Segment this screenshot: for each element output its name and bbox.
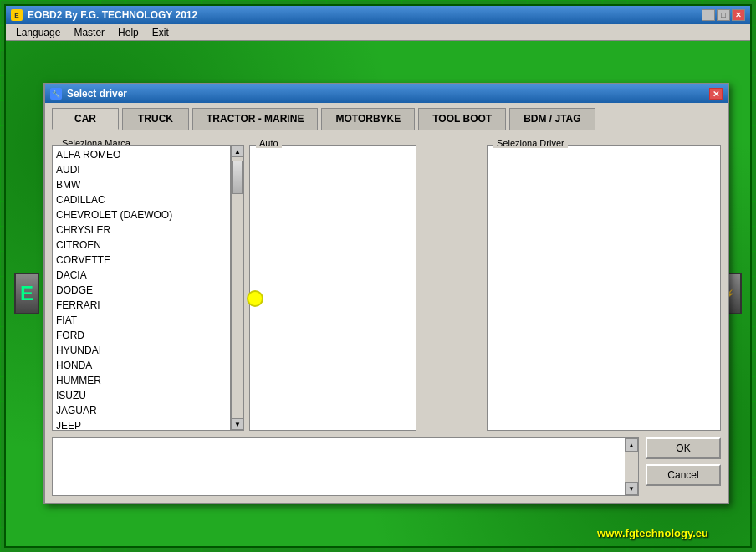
list-item[interactable]: JAGUAR	[53, 403, 230, 418]
list-item[interactable]: DACIA	[53, 268, 230, 283]
action-buttons: OK Cancel	[646, 437, 721, 486]
list-item[interactable]: FERRARI	[53, 298, 230, 313]
auto-label: Auto	[256, 138, 282, 148]
dialog-titlebar: 🔧 Select driver ✕	[45, 84, 728, 103]
left-badge: E	[14, 273, 39, 314]
list-item[interactable]: CITROEN	[53, 238, 230, 253]
tab-bdm[interactable]: BDM / JTAG	[509, 108, 595, 130]
panels-row: Seleziona Marca ALFA ROMEOAUDIBMWCADILLA…	[52, 136, 721, 431]
ok-button[interactable]: OK	[646, 437, 721, 459]
bottom-area: ▲ ▼ OK Cancel	[52, 437, 721, 496]
driver-panel: Seleziona Driver	[487, 145, 721, 431]
minimize-button[interactable]: _	[702, 9, 715, 21]
app-icon: E	[11, 9, 23, 21]
tab-tractor[interactable]: TRACTOR - MARINE	[192, 108, 318, 130]
list-item[interactable]: HUMMER	[53, 373, 230, 388]
list-item[interactable]: ALFA ROMEO	[53, 147, 230, 162]
scroll-down-arrow[interactable]: ▼	[232, 418, 243, 430]
tab-toolboot[interactable]: TOOL BOOT	[418, 108, 506, 130]
app-title: EOBD2 By F.G. TECHNOLOGY 2012	[28, 9, 700, 21]
auto-panel: Auto	[249, 145, 482, 431]
list-item[interactable]: JEEP	[53, 418, 230, 431]
list-item[interactable]: HYUNDAI	[53, 343, 230, 358]
driver-content	[487, 145, 721, 431]
scroll-thumb[interactable]	[232, 161, 243, 194]
list-item[interactable]: HONDA	[53, 358, 230, 373]
outer-window: E EOBD2 By F.G. TECHNOLOGY 2012 _ □ ✕ La…	[4, 4, 752, 548]
menu-language[interactable]: Language	[9, 25, 67, 40]
list-item[interactable]: FORD	[53, 328, 230, 343]
app-titlebar: E EOBD2 By F.G. TECHNOLOGY 2012 _ □ ✕	[6, 6, 750, 24]
menu-exit[interactable]: Exit	[146, 25, 176, 40]
tab-car[interactable]: CAR	[52, 108, 119, 130]
marca-panel: Seleziona Marca ALFA ROMEOAUDIBMWCADILLA…	[52, 145, 244, 431]
driver-label: Seleziona Driver	[493, 138, 568, 148]
list-item[interactable]: BMW	[53, 177, 230, 192]
list-item[interactable]: CORVETTE	[53, 253, 230, 268]
menu-help[interactable]: Help	[111, 25, 146, 40]
dialog-icon: 🔧	[50, 88, 62, 100]
menu-bar: Language Master Help Exit	[6, 24, 750, 41]
watermark: www.fgtechnology.eu	[597, 527, 708, 539]
marca-list-wrapper: ALFA ROMEOAUDIBMWCADILLACCHEVROLET (DAEW…	[52, 145, 231, 431]
maximize-button[interactable]: □	[717, 9, 730, 21]
text-scroll-wrapper: ▲ ▼	[52, 437, 639, 496]
app-close-button[interactable]: ✕	[732, 9, 745, 21]
select-driver-dialog: 🔧 Select driver ✕ CAR TRUCK TRACTOR - MA…	[43, 83, 729, 504]
cancel-button[interactable]: Cancel	[646, 464, 721, 486]
scroll-track	[232, 157, 243, 418]
list-item[interactable]: ISUZU	[53, 388, 230, 403]
tab-truck[interactable]: TRUCK	[122, 108, 189, 130]
auto-content	[249, 145, 416, 431]
text-scroll-down[interactable]: ▼	[625, 482, 638, 495]
list-item[interactable]: CHRYSLER	[53, 222, 230, 238]
list-item[interactable]: DODGE	[53, 283, 230, 298]
list-item[interactable]: FIAT	[53, 313, 230, 328]
marca-scrollbar[interactable]: ▲ ▼	[231, 145, 244, 431]
marca-scrollbar-container: ALFA ROMEOAUDIBMWCADILLACCHEVROLET (DAEW…	[52, 145, 244, 431]
text-vscrollbar[interactable]: ▲ ▼	[625, 438, 638, 495]
marca-list: ALFA ROMEOAUDIBMWCADILLACCHEVROLET (DAEW…	[53, 146, 230, 431]
text-scroll-track	[625, 452, 638, 482]
list-item[interactable]: CADILLAC	[53, 192, 230, 207]
scroll-up-arrow[interactable]: ▲	[232, 146, 243, 157]
dialog-close-button[interactable]: ✕	[709, 88, 723, 100]
dialog-content: Seleziona Marca ALFA ROMEOAUDIBMWCADILLA…	[45, 130, 728, 503]
dialog-title: Select driver	[67, 88, 127, 100]
circuit-area: E ⚡ www.fgtechnology.eu 🔧 Select driver …	[6, 41, 750, 546]
list-item[interactable]: CHEVROLET (DAEWOO)	[53, 207, 230, 222]
tab-motorbyke[interactable]: MOTORBYKE	[321, 108, 415, 130]
menu-master[interactable]: Master	[67, 25, 111, 40]
list-item[interactable]: AUDI	[53, 162, 230, 177]
text-content	[53, 438, 625, 495]
tab-row: CAR TRUCK TRACTOR - MARINE MOTORBYKE TOO…	[45, 103, 728, 130]
text-scroll-up[interactable]: ▲	[625, 438, 638, 452]
